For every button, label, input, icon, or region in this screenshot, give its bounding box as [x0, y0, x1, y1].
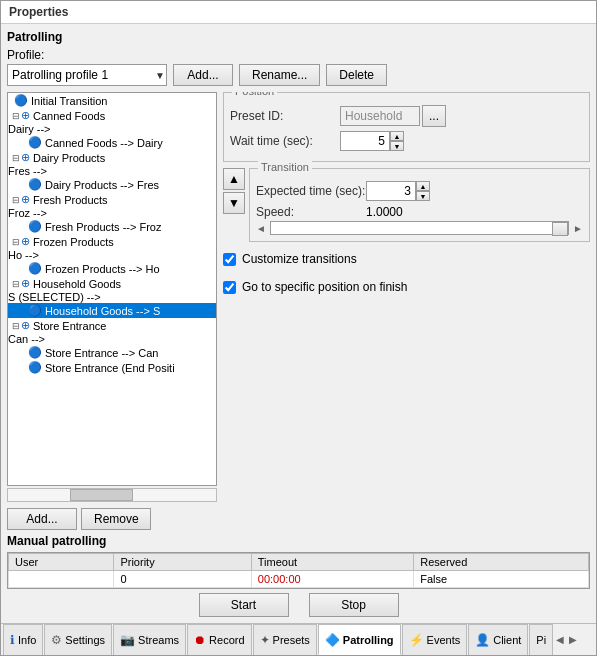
expected-time-up-button[interactable]: ▲ — [416, 181, 430, 191]
slider-right-icon[interactable]: ► — [573, 223, 583, 234]
tree-item-store[interactable]: ⊟ ⊕ Store Entrance — [8, 318, 216, 333]
tab-patrolling-label: Patrolling — [343, 634, 394, 646]
profile-select[interactable]: Patrolling profile 1 — [7, 64, 167, 86]
tree-panel: 🔵 Initial Transition ⊟ ⊕ Canned Foods Da… — [7, 92, 217, 530]
record-icon: ⏺ — [194, 633, 206, 647]
cell-user — [9, 571, 114, 588]
tree-item-store-end[interactable]: 🔵 Store Entrance (End Positi — [8, 360, 216, 375]
tree-label-canned: Canned Foods — [33, 110, 105, 122]
tree-item-initial[interactable]: 🔵 Initial Transition — [8, 93, 216, 108]
tree-item-household-s[interactable]: 🔵 Household Goods --> S — [8, 303, 216, 318]
tab-streams[interactable]: 📷 Streams — [113, 624, 186, 655]
tree-add-button[interactable]: Add... — [7, 508, 77, 530]
profile-label: Profile: — [7, 48, 590, 62]
wait-time-input[interactable] — [340, 131, 390, 151]
tree-scrollbar[interactable] — [7, 488, 217, 502]
rename-profile-button[interactable]: Rename... — [239, 64, 320, 86]
manual-table: User Priority Timeout Reserved 0 00:00:0… — [8, 553, 589, 588]
main-content: Patrolling Profile: Patrolling profile 1… — [1, 24, 596, 623]
info-icon: ℹ — [10, 633, 15, 647]
tree-label-initial: Initial Transition — [31, 95, 107, 107]
speed-slider[interactable] — [270, 221, 569, 235]
go-to-position-row: Go to specific position on finish — [223, 280, 590, 294]
nav-down-button[interactable]: ▼ — [223, 192, 245, 214]
customize-transitions-checkbox[interactable] — [223, 253, 236, 266]
cell-timeout: 00:00:00 — [251, 571, 413, 588]
tree-remove-button[interactable]: Remove — [81, 508, 151, 530]
main-area: 🔵 Initial Transition ⊟ ⊕ Canned Foods Da… — [7, 92, 590, 530]
profile-select-wrapper: Patrolling profile 1 ▼ — [7, 64, 167, 86]
slider-row: ◄ ► — [256, 221, 583, 235]
tab-record[interactable]: ⏺ Record — [187, 624, 251, 655]
tab-patrolling[interactable]: 🔷 Patrolling — [318, 624, 401, 655]
wait-time-down-button[interactable]: ▼ — [390, 141, 404, 151]
tree-btn-row: Add... Remove — [7, 508, 217, 530]
preset-id-row: Preset ID: ... — [230, 105, 583, 127]
speed-row: Speed: 1.0000 — [256, 205, 583, 219]
tree-item-canned-dairy[interactable]: 🔵 Canned Foods --> Dairy — [8, 135, 216, 150]
tab-presets-label: Presets — [273, 634, 310, 646]
expected-time-spin: ▲ ▼ — [366, 181, 430, 201]
expected-time-down-button[interactable]: ▼ — [416, 191, 430, 201]
wait-time-up-button[interactable]: ▲ — [390, 131, 404, 141]
tree-item-frozen[interactable]: ⊟ ⊕ Frozen Products — [8, 234, 216, 249]
tree-label-dairy-fres: Dairy Products --> Fres — [45, 179, 159, 191]
title-bar: Properties — [1, 1, 596, 24]
col-header-priority: Priority — [114, 554, 251, 571]
nav-up-button[interactable]: ▲ — [223, 168, 245, 190]
slider-thumb — [552, 222, 568, 236]
wait-time-label: Wait time (sec): — [230, 134, 340, 148]
go-to-position-label: Go to specific position on finish — [242, 280, 407, 294]
tab-events[interactable]: ⚡ Events — [402, 624, 468, 655]
preset-id-input[interactable] — [340, 106, 420, 126]
tab-info[interactable]: ℹ Info — [3, 624, 43, 655]
right-panel: Position Preset ID: ... Wait time (sec): — [223, 92, 590, 530]
tree-container[interactable]: 🔵 Initial Transition ⊟ ⊕ Canned Foods Da… — [7, 92, 217, 486]
tree-label-household-s: Household Goods --> S — [45, 305, 160, 317]
wait-time-spin: ▲ ▼ — [340, 131, 404, 151]
tree-label-frozen-ho: Frozen Products --> Ho — [45, 263, 160, 275]
col-header-timeout: Timeout — [251, 554, 413, 571]
tree-label-fresh: Fresh Products — [33, 194, 108, 206]
profile-row: Patrolling profile 1 ▼ Add... Rename... … — [7, 64, 590, 86]
tree-item-canned[interactable]: ⊟ ⊕ Canned Foods — [8, 108, 216, 123]
wait-time-spin-buttons: ▲ ▼ — [390, 131, 404, 151]
position-group-title: Position — [232, 92, 277, 97]
tree-item-dairy[interactable]: ⊟ ⊕ Dairy Products — [8, 150, 216, 165]
patrolling-section-label: Patrolling — [7, 30, 590, 44]
expected-time-input[interactable] — [366, 181, 416, 201]
tree-item-household[interactable]: ⊟ ⊕ Household Goods — [8, 276, 216, 291]
transition-group: Transition Expected time (sec): ▲ ▼ — [249, 168, 590, 242]
cell-reserved: False — [414, 571, 589, 588]
tab-client[interactable]: 👤 Client — [468, 624, 528, 655]
tab-settings[interactable]: ⚙ Settings — [44, 624, 112, 655]
tree-item-fresh-froz[interactable]: 🔵 Fresh Products --> Froz — [8, 219, 216, 234]
tree-item-dairy-fres[interactable]: 🔵 Dairy Products --> Fres — [8, 177, 216, 192]
cell-priority: 0 — [114, 571, 251, 588]
tree-item-fresh[interactable]: ⊟ ⊕ Fresh Products — [8, 192, 216, 207]
speed-value: 1.0000 — [366, 205, 403, 219]
tab-pi-label: Pi — [536, 634, 546, 646]
tab-presets[interactable]: ✦ Presets — [253, 624, 317, 655]
tab-bar: ℹ Info ⚙ Settings 📷 Streams ⏺ Record ✦ P… — [1, 623, 596, 655]
streams-icon: 📷 — [120, 633, 135, 647]
nav-transition-row: ▲ ▼ Transition Expected time (sec): — [223, 168, 590, 242]
add-profile-button[interactable]: Add... — [173, 64, 233, 86]
tree-label-store-end: Store Entrance (End Positi — [45, 362, 175, 374]
tab-pi[interactable]: Pi — [529, 624, 553, 655]
tab-settings-label: Settings — [65, 634, 105, 646]
tab-nav-next[interactable]: ▶ — [567, 624, 579, 655]
tree-item-store-can[interactable]: 🔵 Store Entrance --> Can — [8, 345, 216, 360]
tree-item-frozen-ho[interactable]: 🔵 Frozen Products --> Ho — [8, 261, 216, 276]
start-button[interactable]: Start — [199, 593, 289, 617]
go-to-position-checkbox[interactable] — [223, 281, 236, 294]
preset-dots-button[interactable]: ... — [422, 105, 446, 127]
tab-nav-prev[interactable]: ◀ — [554, 624, 566, 655]
table-row: 0 00:00:00 False — [9, 571, 589, 588]
customize-transitions-label: Customize transitions — [242, 252, 357, 266]
slider-left-icon[interactable]: ◄ — [256, 223, 266, 234]
col-header-user: User — [9, 554, 114, 571]
stop-button[interactable]: Stop — [309, 593, 399, 617]
delete-profile-button[interactable]: Delete — [326, 64, 387, 86]
tree-label-dairy: Dairy Products — [33, 152, 105, 164]
